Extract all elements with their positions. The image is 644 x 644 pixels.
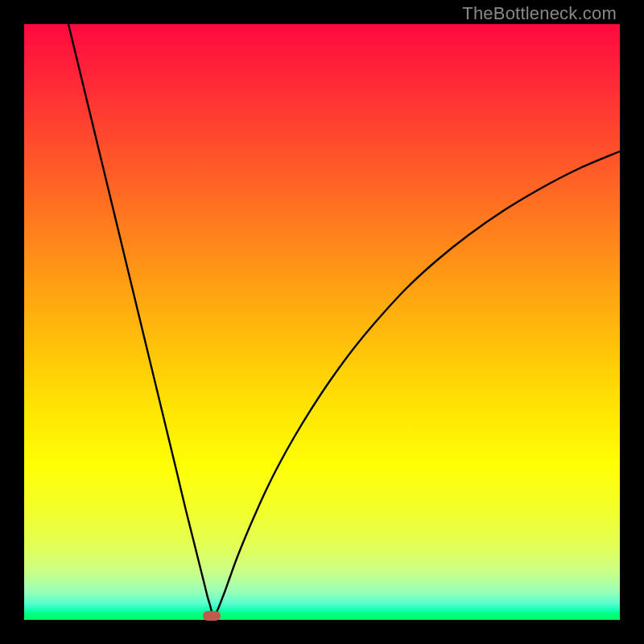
watermark-text: TheBottleneck.com bbox=[462, 3, 617, 24]
bottleneck-curve bbox=[68, 24, 620, 616]
plot-area bbox=[24, 24, 620, 620]
curve-svg bbox=[24, 24, 620, 620]
chart-frame: TheBottleneck.com bbox=[0, 0, 644, 644]
optimal-point-marker bbox=[203, 611, 221, 621]
